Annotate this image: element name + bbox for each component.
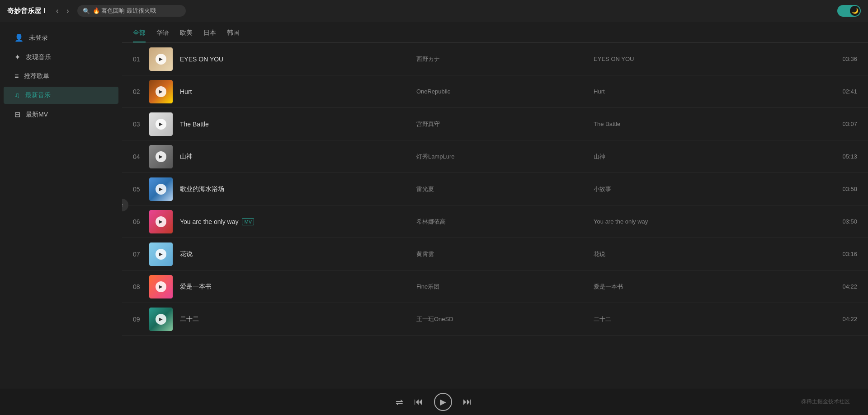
song-row[interactable]: 03 ▶ The Battle 宫野真守 The Battle 03:07: [122, 108, 868, 140]
song-duration: 03:58: [830, 186, 857, 192]
thumb-play-button[interactable]: ▶: [156, 314, 166, 325]
song-row[interactable]: 08 ▶ 爱是一本书 Fine乐团 爱是一本书 04:22: [122, 270, 868, 303]
song-duration: 03:50: [830, 218, 857, 225]
thumb-play-button[interactable]: ▶: [156, 216, 166, 227]
song-row[interactable]: 01 ▶ EYES ON YOU 西野カナ EYES ON YOU 03:36: [122, 43, 868, 75]
latest-icon: ♫: [14, 91, 20, 99]
search-bar[interactable]: 🔍 🔥 暮色回响 最近很火哦: [77, 5, 186, 17]
song-artist: 灯秀LampLure: [416, 153, 594, 161]
search-placeholder: 🔥 暮色回响 最近很火哦: [93, 7, 156, 15]
song-duration: 05:13: [830, 153, 857, 160]
prev-button[interactable]: ⏮: [414, 396, 423, 407]
nav-forward-button[interactable]: ›: [64, 6, 71, 16]
song-title-col: 歌业的海水浴场: [180, 185, 416, 193]
song-duration: 03:16: [830, 251, 857, 257]
play-icon: ▶: [440, 397, 446, 407]
sidebar-item-label: 最新音乐: [25, 91, 51, 99]
song-artist: 西野カナ: [416, 55, 594, 63]
song-row[interactable]: 02 ▶ Hurt OneRepublic Hurt 02:41: [122, 75, 868, 108]
sidebar-item-label: 推荐歌单: [24, 72, 49, 80]
tab-korean[interactable]: 韩国: [227, 29, 240, 42]
song-title: EYES ON YOU: [180, 56, 223, 63]
sidebar-item-discover[interactable]: ✦ 发现音乐: [4, 48, 118, 66]
prev-icon: ⏮: [414, 396, 423, 407]
song-title-col: Hurt: [180, 88, 416, 95]
song-number: 04: [133, 153, 149, 160]
sidebar-item-mv[interactable]: ⊟ 最新MV: [4, 106, 118, 123]
song-album: 二十二: [594, 315, 830, 323]
thumb-play-button[interactable]: ▶: [156, 249, 166, 260]
content-area: ‹ 全部华语欧美日本韩国 01 ▶ EYES ON YOU 西野カナ EYES …: [122, 22, 868, 388]
thumb-play-button[interactable]: ▶: [156, 54, 166, 65]
song-title: The Battle: [180, 121, 209, 128]
song-title-col: 二十二: [180, 315, 416, 323]
sidebar-item-label: 发现音乐: [26, 53, 51, 61]
song-row[interactable]: 05 ▶ 歌业的海水浴场 雷光夏 小故事 03:58: [122, 173, 868, 205]
song-row[interactable]: 09 ▶ 二十二 王一珏OneSD 二十二 04:22: [122, 303, 868, 336]
song-artist: 宫野真守: [416, 120, 594, 128]
song-album: Hurt: [594, 88, 830, 95]
tab-chinese[interactable]: 华语: [156, 29, 169, 42]
search-icon: 🔍: [83, 8, 90, 14]
sidebar-item-latest[interactable]: ♫ 最新音乐: [4, 87, 118, 104]
song-number: 03: [133, 121, 149, 128]
thumb-play-button[interactable]: ▶: [156, 281, 166, 292]
song-album: 爱是一本书: [594, 283, 830, 291]
song-title-col: You are the only way MV: [180, 218, 416, 225]
shuffle-icon: ⇌: [396, 396, 403, 407]
song-row[interactable]: 07 ▶ 花说 黄霄雲 花说 03:16: [122, 238, 868, 270]
song-number: 06: [133, 218, 149, 225]
song-row[interactable]: 04 ▶ 山神 灯秀LampLure 山神 05:13: [122, 140, 868, 173]
song-title: 爱是一本书: [180, 283, 212, 291]
song-duration: 04:22: [830, 316, 857, 322]
song-duration: 03:36: [830, 56, 857, 62]
sidebar: 👤 未登录 ✦ 发现音乐 ≡ 推荐歌单 ♫ 最新音乐 ⊟ 最新MV: [0, 22, 122, 388]
tab-japanese[interactable]: 日本: [203, 29, 216, 42]
song-row[interactable]: 06 ▶ You are the only way MV 希林娜依高 You a…: [122, 205, 868, 238]
thumb-play-button[interactable]: ▶: [156, 184, 166, 195]
song-title-col: The Battle: [180, 121, 416, 128]
play-pause-button[interactable]: ▶: [434, 393, 452, 411]
song-artist: Fine乐团: [416, 283, 594, 291]
song-artist: 雷光夏: [416, 185, 594, 193]
song-artist: OneRepublic: [416, 88, 594, 95]
song-duration: 04:22: [830, 283, 857, 290]
song-artist: 黄霄雲: [416, 250, 594, 258]
login-icon: 👤: [14, 33, 24, 42]
next-button[interactable]: ⏭: [463, 396, 472, 407]
song-number: 09: [133, 316, 149, 323]
song-title: 花说: [180, 250, 193, 258]
song-number: 05: [133, 186, 149, 193]
theme-toggle-knob: 🌙: [850, 6, 860, 16]
song-artist: 王一珏OneSD: [416, 315, 594, 323]
shuffle-button[interactable]: ⇌: [396, 396, 403, 407]
tab-all[interactable]: 全部: [133, 29, 146, 42]
sidebar-item-playlists[interactable]: ≡ 推荐歌单: [4, 68, 118, 85]
thumb-play-button[interactable]: ▶: [156, 119, 166, 130]
tab-western[interactable]: 欧美: [180, 29, 193, 42]
mv-icon: ⊟: [14, 110, 20, 119]
song-number: 07: [133, 251, 149, 258]
song-thumbnail: ▶: [149, 145, 173, 168]
song-list: 01 ▶ EYES ON YOU 西野カナ EYES ON YOU 03:36 …: [122, 43, 868, 388]
song-album: EYES ON YOU: [594, 56, 830, 62]
next-icon: ⏭: [463, 396, 472, 407]
song-album: The Battle: [594, 121, 830, 127]
song-title: 二十二: [180, 315, 199, 323]
thumb-play-button[interactable]: ▶: [156, 86, 166, 97]
sidebar-item-login[interactable]: 👤 未登录: [4, 29, 118, 47]
tabs-bar: 全部华语欧美日本韩国: [122, 22, 868, 43]
playlists-icon: ≡: [14, 72, 19, 80]
song-thumbnail: ▶: [149, 242, 173, 266]
song-duration: 02:41: [830, 88, 857, 95]
song-album: 小故事: [594, 185, 830, 193]
song-album: You are the only way: [594, 218, 830, 225]
song-duration: 03:07: [830, 121, 857, 127]
thumb-play-button[interactable]: ▶: [156, 151, 166, 162]
theme-toggle-button[interactable]: 🌙: [837, 5, 861, 17]
nav-back-button[interactable]: ‹: [53, 6, 61, 16]
top-bar: 奇妙音乐屋！ ‹ › 🔍 🔥 暮色回响 最近很火哦 🌙: [0, 0, 868, 22]
song-number: 08: [133, 283, 149, 290]
song-thumbnail: ▶: [149, 80, 173, 103]
watermark: @稀土掘金技术社区: [801, 398, 850, 406]
